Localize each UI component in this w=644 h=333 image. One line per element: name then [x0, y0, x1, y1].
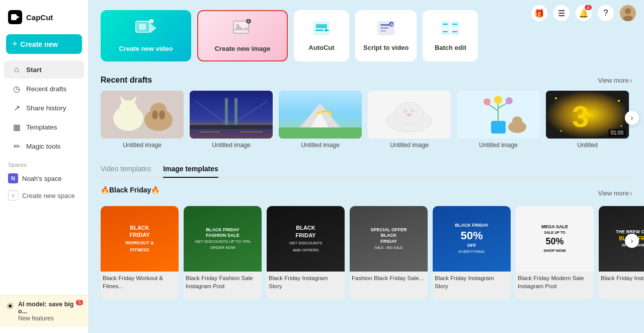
gift-icon[interactable]: 🎁: [531, 5, 547, 21]
draft-thumb-5: [457, 91, 540, 139]
ai-bar-subtitle: New features: [18, 315, 82, 322]
user-avatar[interactable]: [620, 5, 636, 21]
draft-thumb-2: [190, 91, 273, 139]
sidebar-item-magic-tools[interactable]: ✏ Magic tools: [4, 137, 84, 155]
svg-rect-42: [190, 129, 273, 139]
template-label-bf5: Black Friday Instagram Story: [433, 272, 511, 291]
script-to-video-card[interactable]: AI Script to video: [355, 10, 417, 61]
magic-icon: ✏: [12, 142, 21, 151]
svg-rect-3: [11, 14, 17, 20]
templates-category: 🔥Black Friday🔥: [101, 186, 159, 194]
tab-video-templates[interactable]: Video templates: [101, 161, 151, 178]
template-card-bf5[interactable]: BLACK FRIDAY50%OFFEVERYTHING Black Frida…: [433, 206, 511, 299]
svg-marker-4: [17, 16, 20, 19]
sidebar-item-recent-drafts[interactable]: ◷ Recent drafts: [4, 80, 84, 98]
autocut-icon: [312, 20, 331, 40]
drafts-scroll-right[interactable]: ›: [625, 111, 639, 125]
batch-edit-card[interactable]: Batch edit: [423, 10, 478, 61]
template-card-bf1[interactable]: BLACKFRIDAYWORKOUT &FITNESS Black Friday…: [101, 206, 179, 299]
drafts-row: Untitled image: [101, 91, 632, 149]
noahs-space-label: Noah's space: [22, 175, 61, 182]
template-card-bf3[interactable]: BLACKFRIDAYGET DISCOUNTSAND OFFERS Black…: [267, 206, 345, 299]
draft-item-4[interactable]: Untitled image: [368, 91, 451, 149]
template-thumb-bf1: BLACKFRIDAYWORKOUT &FITNESS: [101, 206, 179, 272]
create-new-video-card[interactable]: + Create new video: [101, 10, 191, 61]
sidebar-item-templates[interactable]: ▦ Templates: [4, 118, 84, 136]
script-to-video-label: Script to video: [363, 44, 409, 51]
template-card-bf2[interactable]: BLACK FRIDAYFASHION SALEGET DISCOUNTS UP…: [184, 206, 262, 299]
script-icon: AI: [376, 20, 395, 40]
create-video-label: Create new video: [119, 45, 173, 52]
sidebar-item-start-label: Start: [26, 66, 42, 74]
recent-drafts-view-more[interactable]: View more ›: [598, 77, 632, 84]
draft-thumb-3: [279, 91, 362, 139]
svg-rect-6: [139, 24, 146, 30]
template-card-bf4[interactable]: SPECIAL OFFERBLACKFRIDAYSALE - BIG SALE …: [350, 206, 428, 299]
sidebar-item-share-history[interactable]: ↗ Share history: [4, 99, 84, 117]
home-icon: ⌂: [12, 65, 21, 74]
spaces-label: Spaces: [0, 156, 88, 170]
draft-label-4: Untitled image: [390, 142, 429, 149]
svg-text:AI: AI: [390, 23, 394, 26]
svg-text:+: +: [248, 20, 250, 23]
menu-icon[interactable]: ☰: [553, 5, 570, 21]
template-label-bf2: Black Friday Fashion Sale Instagram Post: [184, 272, 262, 291]
ai-bar-icon: ☀: [6, 301, 14, 312]
sidebar: CapCut + Create new ⌂ Start ◷ Recent dra…: [0, 0, 89, 333]
templates-view-more[interactable]: View more ›: [598, 189, 632, 197]
draft-label-6: Untitled: [577, 142, 598, 149]
draft-item-2[interactable]: Untitled image: [190, 91, 273, 149]
create-space-icon: +: [8, 190, 18, 201]
create-image-label: Create new image: [215, 45, 271, 52]
templates-scroll-right[interactable]: ›: [625, 234, 639, 248]
draft-label-2: Untitled image: [212, 142, 251, 149]
chevron-right-icon-2: ›: [630, 189, 632, 197]
svg-point-52: [404, 109, 408, 113]
create-new-label: Create new: [21, 40, 58, 48]
svg-point-53: [411, 109, 415, 113]
svg-point-1: [625, 8, 631, 14]
video-card-icon: +: [135, 19, 157, 41]
template-thumb-bf6: MEGA SALESALE UP TO50%SHOP NOW: [516, 206, 594, 272]
noahs-space-item[interactable]: N Noah's space: [0, 170, 88, 187]
templates-icon: ▦: [12, 122, 21, 131]
svg-point-68: [618, 100, 620, 102]
template-card-bf6[interactable]: MEGA SALESALE UP TO50%SHOP NOW Black Fri…: [516, 206, 594, 299]
draft-item-3[interactable]: Untitled image: [279, 91, 362, 149]
template-label-bf6: Black Friday Modern Sale Instagram Post: [516, 272, 594, 291]
autocut-card[interactable]: AutoCut: [294, 10, 349, 61]
draft-item-5[interactable]: Untitled image: [457, 91, 540, 149]
create-new-button[interactable]: + Create new: [6, 34, 82, 54]
svg-point-62: [506, 97, 513, 104]
sidebar-item-start[interactable]: ⌂ Start: [4, 60, 84, 79]
draft-thumb-6: 3 01:00: [546, 91, 629, 139]
logo: CapCut: [0, 6, 88, 32]
svg-point-70: [621, 125, 622, 127]
tab-image-templates[interactable]: Image templates: [163, 161, 218, 178]
image-card-icon: +: [232, 19, 253, 41]
create-space-label: Create new space: [22, 192, 75, 199]
templates-section: Video templates Image templates 🔥Black F…: [101, 161, 632, 299]
logo-text: CapCut: [26, 13, 53, 22]
draft-item-1[interactable]: Untitled image: [101, 91, 184, 149]
sidebar-item-share-history-label: Share history: [26, 104, 66, 112]
chevron-right-icon: ›: [630, 77, 632, 84]
notification-badge: 4: [585, 5, 592, 10]
create-new-image-card[interactable]: + Create new image: [197, 10, 288, 61]
svg-rect-39: [225, 98, 228, 126]
template-card-bf7[interactable]: The Brew CoffeeBlack Friday30% CASHBACK …: [599, 206, 644, 299]
template-label-bf3: Black Friday Instagram Story: [267, 272, 345, 291]
svg-point-34: [152, 110, 158, 119]
notification-icon[interactable]: 🔔 4: [576, 5, 592, 21]
template-thumb-bf2: BLACK FRIDAYFASHION SALEGET DISCOUNTS UP…: [184, 206, 262, 272]
help-icon[interactable]: ?: [598, 5, 614, 21]
batch-edit-label: Batch edit: [435, 44, 466, 51]
draft-item-6[interactable]: 3 01:00 Untitled: [546, 91, 629, 149]
svg-marker-7: [150, 23, 156, 33]
clock-icon: ◷: [12, 84, 21, 93]
svg-rect-40: [234, 98, 237, 126]
create-space-button[interactable]: + Create new space: [0, 187, 88, 204]
ai-bar[interactable]: ☀ AI model: save big o... New features 5: [0, 295, 88, 327]
template-thumb-bf4: SPECIAL OFFERBLACKFRIDAYSALE - BIG SALE: [350, 206, 428, 272]
ai-bar-text: AI model: save big o... New features: [18, 301, 82, 322]
